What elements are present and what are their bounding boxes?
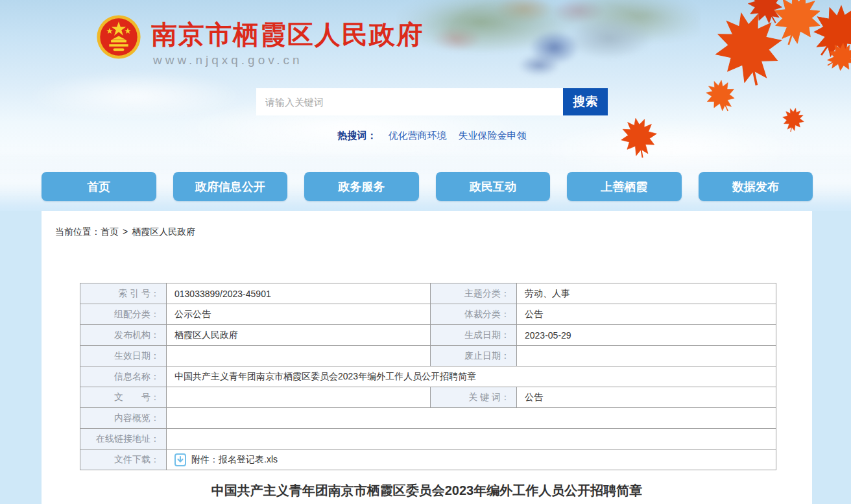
download-icon	[174, 453, 186, 466]
meta-value: 2023-05-29	[517, 325, 776, 346]
meta-label: 在线链接地址：	[80, 429, 167, 450]
maple-leaf-icon	[697, 72, 744, 119]
maple-leaf-icon	[778, 104, 808, 134]
table-row: 索 引 号： 013033899/2023-45901 主题分类： 劳动、人事	[80, 283, 776, 304]
meta-label: 内容概览：	[80, 408, 167, 429]
meta-label: 文件下载：	[80, 450, 167, 470]
meta-value: 栖霞区人民政府	[167, 325, 431, 346]
meta-value: 公告	[517, 387, 776, 408]
table-row: 在线链接地址：	[80, 429, 776, 450]
nav-item-interaction[interactable]: 政民互动	[436, 172, 551, 201]
site-title: 南京市栖霞区人民政府	[151, 17, 424, 53]
meta-value: 公告	[517, 304, 776, 325]
attachment-link[interactable]: 附件：报名登记表.xls	[191, 454, 278, 466]
breadcrumb-separator: >	[123, 226, 128, 237]
meta-value: 中国共产主义青年团南京市栖霞区委员会2023年编外工作人员公开招聘简章	[167, 366, 776, 387]
cloud-decoration	[26, 71, 246, 117]
content-panel: 当前位置：首页>栖霞区人民政府 索 引 号： 013033899/2023-45…	[42, 211, 812, 504]
meta-label: 废止日期：	[431, 346, 517, 366]
hot-search-link[interactable]: 优化营商环境	[389, 130, 447, 141]
table-row: 发布机构： 栖霞区人民政府 生成日期： 2023-05-29	[80, 325, 776, 346]
meta-label: 生成日期：	[431, 325, 517, 346]
meta-value	[167, 346, 431, 366]
meta-value	[167, 429, 776, 450]
meta-label: 组配分类：	[80, 304, 167, 325]
meta-label: 主题分类：	[431, 283, 517, 304]
breadcrumb: 当前位置：首页>栖霞区人民政府	[55, 226, 195, 238]
meta-label: 索 引 号：	[80, 283, 167, 304]
main-navigation: 首页 政府信息公开 政务服务 政民互动 上善栖霞 数据发布	[42, 172, 813, 201]
maple-leaf-icon	[797, 0, 851, 73]
hot-search-label: 热搜词：	[338, 130, 377, 141]
aerial-scenery-photo	[396, 0, 701, 86]
attachment-filename: 报名登记表.xls	[219, 454, 278, 464]
meta-value	[167, 387, 431, 408]
article-title: 中国共产主义青年团南京市栖霞区委员会2023年编外工作人员公开招聘简章	[42, 482, 812, 499]
meta-label: 关 键 词：	[431, 387, 517, 408]
attachment-cell: 附件：报名登记表.xls	[167, 450, 776, 470]
hot-search-link[interactable]: 失业保险金申领	[459, 130, 527, 141]
maple-leaf-icon	[702, 1, 796, 95]
breadcrumb-home-link[interactable]: 首页	[101, 226, 119, 237]
table-row: 组配分类： 公示公告 体裁分类： 公告	[80, 304, 776, 325]
meta-label: 信息名称：	[80, 366, 167, 387]
breadcrumb-current: 栖霞区人民政府	[132, 226, 195, 237]
meta-value: 劳动、人事	[517, 283, 776, 304]
nav-item-shangshan-qixia[interactable]: 上善栖霞	[567, 172, 682, 201]
document-meta-table: 索 引 号： 013033899/2023-45901 主题分类： 劳动、人事 …	[80, 283, 776, 470]
table-row: 文件下载： 附件：报名登记表.xls	[80, 450, 776, 470]
table-row: 文 号： 关 键 词： 公告	[80, 387, 776, 408]
meta-label: 文 号：	[80, 387, 167, 408]
site-url: www.njqxq.gov.cn	[153, 53, 303, 67]
nav-item-gov-info[interactable]: 政府信息公开	[173, 172, 288, 201]
national-emblem-logo	[96, 14, 141, 60]
meta-value	[167, 408, 776, 429]
nav-item-data-release[interactable]: 数据发布	[699, 172, 813, 201]
meta-label: 生效日期：	[80, 346, 167, 366]
search-input[interactable]	[256, 88, 563, 115]
table-row: 内容概览：	[80, 408, 776, 429]
cloud-decoration	[532, 120, 811, 172]
breadcrumb-prefix: 当前位置：	[55, 226, 101, 237]
meta-label: 发布机构：	[80, 325, 167, 346]
nav-item-home[interactable]: 首页	[42, 172, 156, 201]
meta-value	[517, 346, 776, 366]
maple-leaf-icon	[761, 0, 833, 54]
search-button[interactable]: 搜索	[563, 88, 608, 115]
maple-leaf-icon	[737, 0, 793, 34]
meta-label: 体裁分类：	[431, 304, 517, 325]
meta-value: 公示公告	[167, 304, 431, 325]
table-row: 信息名称： 中国共产主义青年团南京市栖霞区委员会2023年编外工作人员公开招聘简…	[80, 366, 776, 387]
table-row: 生效日期： 废止日期：	[80, 346, 776, 366]
attachment-prefix: 附件：	[191, 454, 219, 464]
nav-item-services[interactable]: 政务服务	[304, 172, 419, 201]
hot-search-words: 热搜词：优化营商环境失业保险金申领	[256, 130, 608, 142]
maple-leaf-icon	[614, 112, 664, 162]
page: 南京市栖霞区人民政府 www.njqxq.gov.cn 搜索 热搜词：优化营商环…	[0, 0, 851, 504]
meta-value: 013033899/2023-45901	[167, 283, 431, 304]
maple-leaf-icon	[819, 34, 851, 80]
